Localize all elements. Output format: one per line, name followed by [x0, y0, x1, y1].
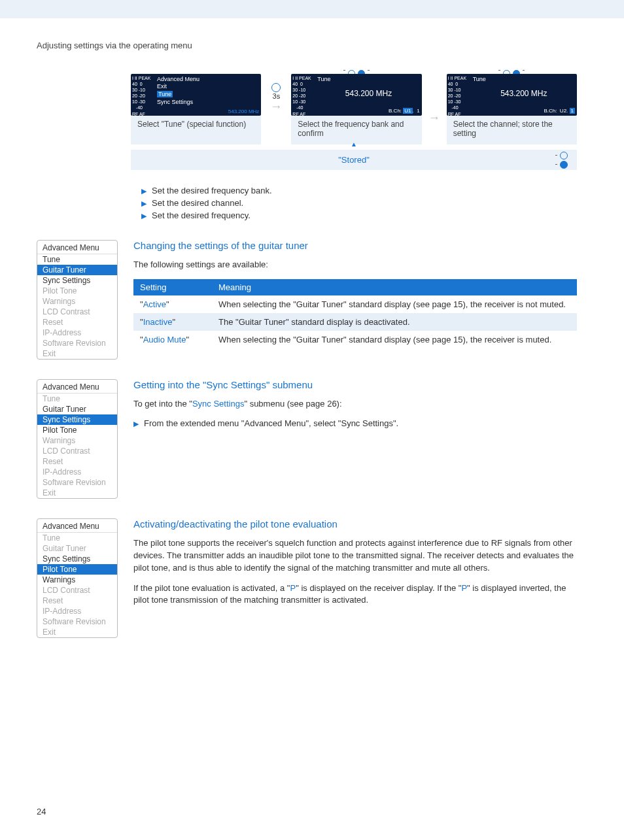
lcd1-r3: Sync Settings: [157, 98, 259, 106]
menu-item: LCD Contrast: [37, 307, 117, 317]
dial-icons-stored: [555, 150, 568, 170]
lcd-3: I II PEAK40 030 -1020 -2010 -30 -40RF AF…: [447, 74, 577, 116]
settings-table: Setting Meaning "Active"When selecting t…: [133, 279, 577, 348]
menu-item: Pilot Tone: [37, 286, 117, 296]
lcd-meter: I II PEAK40 030 -1020 -2010 -30 -40RF AF: [292, 75, 311, 117]
lcd-meter: I II PEAK40 030 -1020 -2010 -30 -40RF AF: [132, 75, 150, 117]
menu-item: LCD Contrast: [37, 585, 117, 596]
menu-item: Software Revision: [37, 338, 117, 348]
menu-item: Warnings: [37, 296, 117, 307]
menu-title: Advanced Menu: [37, 380, 117, 394]
th-setting: Setting: [133, 279, 212, 295]
menu-item: IP-Address: [37, 328, 117, 338]
section-content: Activating/deactivating the pilot tone e…: [133, 518, 577, 638]
table-row: "Inactive"The "Guitar Tuner" standard di…: [133, 313, 577, 331]
arrow-icon: →: [270, 100, 282, 114]
instruction-text: Set the desired frequency bank.: [152, 186, 272, 195]
triangle-bullet-icon: ▶: [133, 420, 139, 428]
menu-item: Tune: [37, 254, 117, 265]
menu-title: Advanced Menu: [37, 519, 117, 533]
advanced-menu-box-3: Advanced Menu TuneGuitar TunerSync Setti…: [37, 518, 118, 638]
menu-item: Pilot Tone: [37, 425, 117, 435]
caption-1: Select "Tune" (special function): [131, 116, 261, 144]
instruction-text: From the extended menu "Advanced Menu", …: [144, 418, 398, 428]
menu-item: Software Revision: [37, 616, 117, 627]
section-p2: If the pilot tone evaluation is activate…: [133, 582, 577, 607]
menu-item: Tune: [37, 394, 117, 404]
list-item: ▶ From the extended menu "Advanced Menu"…: [133, 418, 577, 428]
lcd-block-1: I II PEAK40 030 -1020 -2010 -30 -40RF AF…: [131, 74, 261, 144]
menu-item: Guitar Tuner: [37, 265, 117, 275]
lcd1-r2: Tune: [157, 90, 259, 98]
th-meaning: Meaning: [212, 279, 577, 295]
section-guitar-tuner: Advanced Menu TuneGuitar TunerSync Setti…: [37, 240, 577, 360]
menu-item: Reset: [37, 596, 117, 606]
section-heading: Changing the settings of the guitar tune…: [133, 240, 577, 251]
dial-icon: [560, 152, 568, 160]
lcd2-title: Tune: [317, 76, 419, 82]
menu-item: Tune: [37, 533, 117, 543]
menu-item: IP-Address: [37, 467, 117, 477]
triangle-up-icon: ▲: [351, 141, 357, 148]
menu-item: Sync Settings: [37, 554, 117, 564]
section-text: To get into the "Sync Settings" submenu …: [133, 398, 577, 411]
section-content: Getting into the "Sync Settings" submenu…: [133, 379, 577, 499]
lcd-block-2: I II PEAK40 030 -1020 -2010 -30 -40RF AF…: [291, 74, 421, 144]
menu-item: Exit: [37, 348, 117, 359]
meaning-cell: When selecting the "Guitar Tuner" standa…: [212, 295, 577, 313]
lcd1-freq: 543.200 MHz: [228, 109, 260, 114]
instruction-text: Set the desired frequency.: [152, 210, 251, 220]
advanced-menu-box-2: Advanced Menu TuneGuitar TunerSync Setti…: [37, 379, 118, 499]
section-pilot-tone: Advanced Menu TuneGuitar TunerSync Setti…: [37, 518, 577, 638]
lcd2-bch: B.Ch: U1. 1: [389, 108, 420, 114]
section-p1: The pilot tone supports the receiver's s…: [133, 537, 577, 575]
arrow-icon: →: [428, 111, 440, 125]
menu-item: LCD Contrast: [37, 446, 117, 456]
list-item: ▶Set the desired frequency bank.: [141, 186, 577, 195]
instruction-text: Set the desired channel.: [152, 198, 243, 208]
lcd2-freq: 543.200 MHz: [317, 89, 419, 98]
triangle-bullet-icon: ▶: [141, 212, 147, 220]
lcd3-freq: 543.200 MHz: [473, 89, 575, 98]
setting-cell: "Inactive": [133, 313, 212, 331]
menu-item: Reset: [37, 456, 117, 467]
menu-item: Reset: [37, 317, 117, 328]
page: Adjusting settings via the operating men…: [0, 0, 624, 840]
top-strip: [0, 0, 624, 18]
meaning-cell: When selecting the "Guitar Tuner" standa…: [212, 331, 577, 348]
lcd-1: I II PEAK40 030 -1020 -2010 -30 -40RF AF…: [131, 74, 261, 116]
lcd-block-3: I II PEAK40 030 -1020 -2010 -30 -40RF AF…: [447, 74, 577, 144]
section-intro: The following settings are available:: [133, 259, 577, 271]
lcd1-r1: Exit: [157, 82, 259, 90]
lcd1-title: Advanced Menu: [157, 76, 259, 82]
menu-item: Sync Settings: [37, 414, 117, 425]
triangle-bullet-icon: ▶: [141, 187, 147, 195]
caption-3: Select the channel; store the setting: [447, 116, 577, 144]
table-row: "Audio Mute"When selecting the "Guitar T…: [133, 331, 577, 348]
stored-bar: ▲ "Stored": [131, 150, 577, 170]
section-heading: Getting into the "Sync Settings" submenu: [133, 379, 577, 390]
setting-cell: "Audio Mute": [133, 331, 212, 348]
instruction-list: ▶ From the extended menu "Advanced Menu"…: [133, 418, 577, 428]
setting-cell: "Active": [133, 295, 212, 313]
menu-item: Pilot Tone: [37, 564, 117, 575]
instruction-list: ▶Set the desired frequency bank. ▶Set th…: [141, 186, 577, 220]
advanced-menu-box-1: Advanced Menu TuneGuitar TunerSync Setti…: [37, 240, 118, 360]
menu-item: Guitar Tuner: [37, 404, 117, 414]
menu-item: Exit: [37, 488, 117, 498]
timer-icon: [271, 83, 281, 92]
dial-filled-icon: [560, 161, 568, 169]
triangle-bullet-icon: ▶: [141, 199, 147, 208]
menu-item: Warnings: [37, 575, 117, 585]
menu-item: IP-Address: [37, 606, 117, 616]
lcd-meter: I II PEAK40 030 -1020 -2010 -30 -40RF AF: [448, 75, 466, 117]
table-row: "Active"When selecting the "Guitar Tuner…: [133, 295, 577, 313]
menu-item: Exit: [37, 627, 117, 637]
menu-item: Guitar Tuner: [37, 543, 117, 554]
section-sync-settings: Advanced Menu TuneGuitar TunerSync Setti…: [37, 379, 577, 499]
section-content: Changing the settings of the guitar tune…: [133, 240, 577, 360]
diagram-row: I II PEAK40 030 -1020 -2010 -30 -40RF AF…: [131, 74, 577, 144]
page-header: Adjusting settings via the operating men…: [37, 41, 577, 50]
page-number: 24: [37, 807, 46, 816]
lcd3-bch: B.Ch: U2. 1: [544, 108, 575, 114]
